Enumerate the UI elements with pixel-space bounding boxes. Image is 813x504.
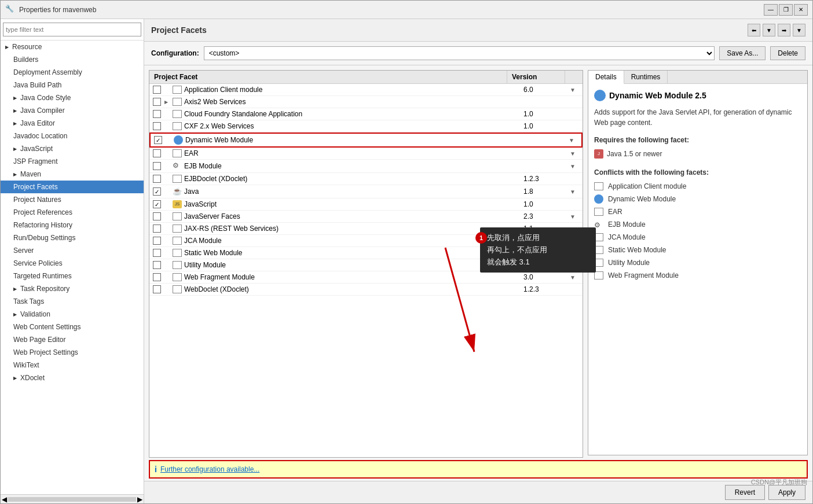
requires-section: Requires the following facet: J Java 1.5… (594, 135, 801, 160)
facet-row-ejb[interactable]: ⚙ EJB Module ▼ (149, 160, 583, 173)
facet-check-ejb[interactable] (153, 162, 161, 170)
facet-check-jaxrs[interactable] (153, 225, 161, 233)
sidebar-item-project-natures[interactable]: Project Natures (1, 193, 144, 206)
sidebar-item-project-facets[interactable]: Project Facets (1, 181, 144, 193)
sidebar-item-maven[interactable]: Maven (1, 168, 144, 181)
facet-check-axis2[interactable] (153, 98, 161, 106)
facet-version-dropdown[interactable]: ▼ (570, 274, 579, 281)
app-icon: 🔧 (5, 5, 16, 15)
tab-runtimes[interactable]: Runtimes (624, 71, 668, 83)
facet-version-dropdown[interactable]: ▼ (569, 137, 578, 144)
dropdown-back[interactable]: ▼ (763, 24, 775, 36)
info-bar: i Further configuration available... (149, 460, 808, 479)
content-area: Project Facets ⬅ ▼ ➡ ▼ Configuration: <c… (144, 19, 812, 503)
facet-name: Dynamic Web Module (185, 136, 522, 144)
facet-row-web-fragment[interactable]: Web Fragment Module 3.0 ▼ (149, 271, 583, 284)
sidebar-item-java-editor[interactable]: Java Editor (1, 117, 144, 130)
facet-check-cxf[interactable] (153, 122, 161, 130)
dropdown-forward[interactable]: ▼ (793, 24, 805, 36)
forward-button[interactable]: ➡ (778, 24, 790, 36)
facet-row-ejbdoclet[interactable]: EJBDoclet (XDoclet) 1.2.3 (149, 173, 583, 185)
facet-name: Application Client module (184, 86, 523, 94)
facet-version-dropdown[interactable]: ▼ (570, 87, 579, 93)
sidebar-item-java-compiler[interactable]: Java Compiler (1, 104, 144, 117)
facet-row-java[interactable]: ☕ Java 1.8 ▼ (149, 185, 583, 198)
facet-check-utility[interactable] (153, 261, 161, 269)
facet-check-java[interactable] (153, 187, 161, 196)
sidebar-item-validation[interactable]: Validation (1, 308, 144, 321)
tab-details[interactable]: Details (588, 71, 624, 84)
details-panel: Details Runtimes Dynamic Web Module 2.5 … (588, 70, 808, 455)
sidebar-item-java-code-style[interactable]: Java Code Style (1, 91, 144, 104)
sidebar-item-run-debug[interactable]: Run/Debug Settings (1, 231, 144, 244)
revert-button[interactable]: Revert (725, 485, 765, 500)
sidebar-scrollbar[interactable]: ◀ ▶ (1, 494, 144, 503)
facet-check-cloud-foundry[interactable] (153, 110, 161, 118)
sidebar-item-builders[interactable]: Builders (1, 53, 144, 66)
scroll-left-icon[interactable]: ◀ (2, 495, 7, 503)
sidebar-item-java-build-path[interactable]: Java Build Path (1, 79, 144, 91)
facet-version-dropdown[interactable]: ▼ (570, 189, 579, 195)
facet-version-dropdown[interactable]: ▼ (570, 163, 579, 170)
facet-name: Java (184, 187, 523, 196)
sidebar-item-web-content[interactable]: Web Content Settings (1, 321, 144, 333)
facet-name: WebDoclet (XDoclet) (184, 285, 523, 293)
facet-expand-arrow[interactable]: ▶ (164, 100, 171, 105)
sidebar-item-server[interactable]: Server (1, 244, 144, 257)
facet-check-app-client[interactable] (153, 86, 161, 94)
config-select[interactable]: <custom> (204, 46, 715, 60)
page-icon (173, 149, 182, 157)
facet-check-jsf[interactable] (153, 212, 161, 220)
sidebar-item-targeted-runtimes[interactable]: Targeted Runtimes (1, 270, 144, 282)
sidebar-item-task-tags[interactable]: Task Tags (1, 295, 144, 308)
sidebar-item-jsp[interactable]: JSP Fragment (1, 155, 144, 168)
filter-input[interactable] (3, 23, 141, 36)
sidebar-item-web-project-settings[interactable]: Web Project Settings (1, 346, 144, 359)
conflict-item-2: Dynamic Web Module (594, 193, 801, 205)
facet-row-app-client[interactable]: Application Client module 6.0 ▼ (149, 84, 583, 96)
facet-check-ear[interactable] (153, 149, 161, 157)
facet-check-ejbdoclet[interactable] (153, 175, 161, 183)
delete-button[interactable]: Delete (770, 46, 805, 60)
save-as-button[interactable]: Save As... (719, 46, 766, 60)
facet-row-ear[interactable]: EAR ▼ (149, 148, 583, 160)
facet-check-jca[interactable] (153, 237, 161, 245)
sidebar-item-wikitext[interactable]: WikiText (1, 359, 144, 371)
sidebar-item-task-repository[interactable]: Task Repository (1, 282, 144, 295)
tooltip-line1: 先取消，点应用 (487, 232, 589, 244)
facet-row-jsf[interactable]: JavaServer Faces 2.3 ▼ (149, 211, 583, 223)
back-button[interactable]: ⬅ (748, 24, 760, 36)
scroll-right-icon[interactable]: ▶ (137, 495, 142, 503)
sidebar-item-javascript[interactable]: JavaScript (1, 142, 144, 155)
main-window: 🔧 Properties for mavenweb — ❐ ✕ Resource… (0, 0, 813, 504)
facet-check-static-web[interactable] (153, 249, 161, 257)
facet-row-javascript[interactable]: JS JavaScript 1.0 (149, 198, 583, 211)
sidebar-item-refactoring[interactable]: Refactoring History (1, 219, 144, 231)
facet-version: 3.0 (523, 273, 570, 281)
sidebar-item-javadoc[interactable]: Javadoc Location (1, 130, 144, 142)
sidebar-item-web-page-editor[interactable]: Web Page Editor (1, 333, 144, 346)
facet-check-javascript[interactable] (153, 200, 161, 208)
page-icon (173, 86, 182, 94)
facet-version-dropdown[interactable]: ▼ (570, 214, 579, 220)
facet-check-webdoclet[interactable] (153, 285, 161, 293)
sidebar-item-resource[interactable]: Resource (1, 41, 144, 53)
restore-button[interactable]: ❐ (779, 4, 793, 16)
facet-row-cxf[interactable]: CXF 2.x Web Services 1.0 (149, 120, 583, 133)
facet-row-webdoclet[interactable]: WebDoclet (XDoclet) 1.2.3 (149, 284, 583, 296)
facet-row-axis2[interactable]: ▶ Axis2 Web Services (149, 96, 583, 108)
sidebar-item-service-policies[interactable]: Service Policies (1, 257, 144, 270)
close-button[interactable]: ✕ (794, 4, 808, 16)
config-link[interactable]: Further configuration available... (160, 465, 259, 473)
minimize-button[interactable]: — (764, 4, 778, 16)
facet-name: Cloud Foundry Standalone Application (184, 110, 523, 118)
sidebar-item-deployment[interactable]: Deployment Assembly (1, 66, 144, 79)
sidebar-item-project-references[interactable]: Project References (1, 206, 144, 219)
facet-version-dropdown[interactable]: ▼ (570, 150, 579, 157)
facet-check-web-fragment[interactable] (153, 273, 161, 281)
facet-row-dynamic-web[interactable]: Dynamic Web Module ▼ (149, 133, 583, 148)
apply-button[interactable]: Apply (768, 485, 805, 500)
facet-check-dynamic-web[interactable] (154, 136, 162, 144)
sidebar-item-xdoclet[interactable]: XDoclet (1, 371, 144, 384)
facet-row-cloud-foundry[interactable]: Cloud Foundry Standalone Application 1.0 (149, 108, 583, 120)
